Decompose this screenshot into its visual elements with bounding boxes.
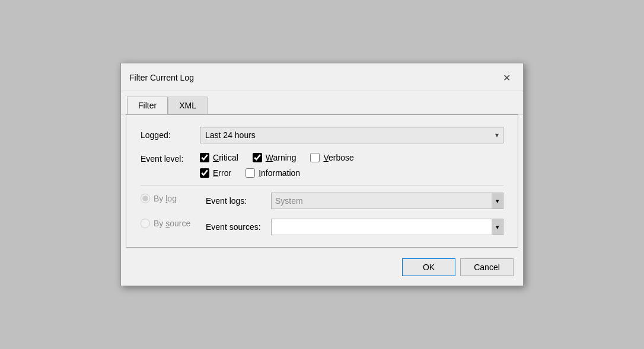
event-sources-label: Event sources: <box>206 222 271 232</box>
dialog-title: Filter Current Log <box>129 73 194 82</box>
critical-checkbox[interactable] <box>200 153 209 162</box>
event-sources-input-group: ▾ <box>271 219 503 235</box>
checkbox-critical[interactable]: Critical <box>200 153 238 162</box>
event-sources-dropdown-btn[interactable]: ▾ <box>492 219 503 235</box>
checkbox-row-1: Critical Warning Verbose <box>200 153 354 162</box>
event-logs-label: Event logs: <box>206 196 271 206</box>
information-checkbox[interactable] <box>246 168 255 178</box>
section-divider <box>141 185 503 185</box>
checkboxes-area: Critical Warning Verbose Error <box>200 153 354 178</box>
radio-bylog: By log <box>141 194 206 203</box>
tab-filter[interactable]: Filter <box>127 97 168 114</box>
bylog-radio[interactable] <box>141 194 150 203</box>
logged-select-wrapper: Any time Last hour Last 12 hours Last 24… <box>200 127 503 143</box>
checkbox-warning[interactable]: Warning <box>253 153 297 162</box>
error-checkbox[interactable] <box>200 168 209 178</box>
bylog-label: By log <box>154 194 177 203</box>
event-sources-input[interactable] <box>271 219 492 235</box>
radio-column: By log By source <box>141 193 206 228</box>
logged-select[interactable]: Any time Last hour Last 12 hours Last 24… <box>200 127 503 143</box>
verbose-label: Verbose <box>323 153 353 162</box>
bysource-label: By source <box>154 219 190 228</box>
title-bar: Filter Current Log ✕ <box>121 63 523 91</box>
tab-bar: Filter XML <box>121 91 523 114</box>
error-label: Error <box>213 168 231 178</box>
logged-row: Logged: Any time Last hour Last 12 hours… <box>141 127 503 143</box>
event-logs-dropdown-btn[interactable]: ▾ <box>492 193 503 209</box>
event-level-label: Event level: <box>141 153 200 164</box>
ok-button[interactable]: OK <box>402 258 455 276</box>
bysource-radio[interactable] <box>141 219 150 228</box>
event-level-row: Event level: Critical Warning Verbose <box>141 153 503 178</box>
logged-label: Logged: <box>141 130 200 140</box>
event-logs-input[interactable] <box>271 193 492 209</box>
close-button[interactable]: ✕ <box>498 69 515 86</box>
source-fields: Event logs: ▾ Event sources: ▾ <box>206 193 503 235</box>
checkbox-row-2: Error Information <box>200 168 354 178</box>
checkbox-verbose[interactable]: Verbose <box>310 153 353 162</box>
checkbox-information[interactable]: Information <box>246 168 300 178</box>
tab-xml[interactable]: XML <box>168 97 208 114</box>
verbose-checkbox[interactable] <box>310 153 320 162</box>
event-logs-input-group: ▾ <box>271 193 503 209</box>
filter-content: Logged: Any time Last hour Last 12 hours… <box>126 114 518 248</box>
event-logs-row: Event logs: ▾ <box>206 193 503 209</box>
event-sources-row: Event sources: ▾ <box>206 219 503 235</box>
radio-bysource: By source <box>141 219 206 228</box>
critical-label: Critical <box>213 153 238 162</box>
source-section: By log By source Event logs: ▾ <box>141 193 503 235</box>
cancel-button[interactable]: Cancel <box>460 258 514 276</box>
warning-label: Warning <box>266 153 297 162</box>
information-label: Information <box>259 168 300 178</box>
checkbox-error[interactable]: Error <box>200 168 231 178</box>
warning-checkbox[interactable] <box>253 153 262 162</box>
dialog-footer: OK Cancel <box>121 252 523 286</box>
filter-dialog: Filter Current Log ✕ Filter XML Logged: … <box>120 63 524 286</box>
